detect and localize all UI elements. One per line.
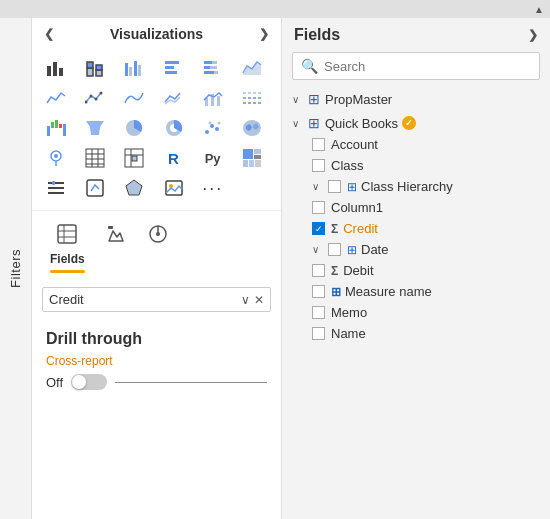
scatter-icon[interactable]	[197, 114, 229, 142]
matrix-icon[interactable]	[118, 144, 150, 172]
shape-map-icon[interactable]	[118, 174, 150, 202]
filled-map-icon[interactable]	[236, 114, 268, 142]
drill-through-section: Drill through Cross-report Off	[32, 320, 281, 400]
area-chart-icon[interactable]	[236, 54, 268, 82]
multi-line-icon[interactable]	[158, 84, 190, 112]
toggle-track[interactable]	[71, 374, 107, 390]
donut-icon[interactable]	[158, 114, 190, 142]
r-script-icon[interactable]: R	[158, 144, 190, 172]
svg-rect-6	[96, 65, 102, 70]
field-row-name[interactable]: Name	[286, 323, 546, 344]
dotted-line-icon[interactable]	[236, 84, 268, 112]
map-icon[interactable]	[40, 144, 72, 172]
field-row-class-hierarchy[interactable]: ∨ ⊞ Class Hierarchy	[286, 176, 546, 197]
search-box[interactable]: 🔍	[292, 52, 540, 80]
filters-tab[interactable]: Filters	[0, 18, 32, 519]
field-checkbox-name[interactable]	[312, 327, 325, 340]
image-icon[interactable]	[158, 174, 190, 202]
svg-point-42	[215, 127, 219, 131]
propmaster-chevron: ∨	[292, 94, 304, 105]
field-name-class: Class	[331, 158, 364, 173]
pie-chart-icon[interactable]	[118, 114, 150, 142]
viz-collapse-arrow[interactable]: ❮	[44, 27, 54, 41]
scroll-up-arrow[interactable]: ▲	[534, 4, 544, 15]
field-checkbox-measure-name[interactable]	[312, 285, 325, 298]
waterfall-icon[interactable]	[40, 114, 72, 142]
viz-expand-arrow[interactable]: ❯	[259, 27, 269, 41]
table-chart-icon[interactable]	[79, 144, 111, 172]
bar-chart-icon[interactable]	[40, 54, 72, 82]
toggle-row: Off	[46, 374, 267, 390]
field-checkbox-class-hierarchy[interactable]	[328, 180, 341, 193]
svg-rect-1	[53, 62, 57, 76]
toggle-thumb	[72, 375, 86, 389]
field-row-account[interactable]: Account	[286, 134, 546, 155]
svg-rect-16	[204, 66, 210, 69]
search-input[interactable]	[324, 59, 531, 74]
funnel-icon[interactable]	[79, 114, 111, 142]
custom-viz-icon[interactable]	[79, 174, 111, 202]
clustered-bar-icon[interactable]	[118, 54, 150, 82]
field-checkbox-column1[interactable]	[312, 201, 325, 214]
format-tab-icon	[105, 223, 127, 250]
field-row-date[interactable]: ∨ ⊞ Date	[286, 239, 546, 260]
svg-rect-60	[254, 149, 261, 154]
field-checkbox-debit[interactable]	[312, 264, 325, 277]
python-icon[interactable]: Py	[197, 144, 229, 172]
svg-point-24	[100, 92, 103, 95]
db-row-propmaster[interactable]: ∨ ⊞ PropMaster	[286, 88, 546, 110]
treemap-icon[interactable]	[236, 144, 268, 172]
viz-icon-grid: R Py ···	[32, 50, 281, 206]
svg-rect-70	[166, 181, 182, 195]
svg-point-40	[205, 130, 209, 134]
search-icon: 🔍	[301, 58, 318, 74]
toggle-line	[115, 382, 267, 383]
svg-rect-69	[87, 180, 103, 196]
tab-fields[interactable]: Fields	[40, 217, 95, 279]
field-row-measure-name[interactable]: ⊞ Measure name	[286, 281, 546, 302]
field-clear-icon[interactable]: ✕	[254, 293, 264, 307]
field-row-class[interactable]: Class	[286, 155, 546, 176]
db-row-quickbooks[interactable]: ∨ ⊞ Quick Books ✓	[286, 112, 546, 134]
stacked-bar-icon[interactable]	[79, 54, 111, 82]
wavy-line-icon[interactable]	[118, 84, 150, 112]
svg-rect-2	[59, 68, 63, 76]
analytics-tab-icon	[147, 223, 169, 250]
svg-rect-33	[55, 120, 58, 128]
field-checkbox-account[interactable]	[312, 138, 325, 151]
field-row-credit[interactable]: Σ Credit	[286, 218, 546, 239]
tab-analytics[interactable]	[137, 217, 179, 279]
svg-rect-61	[254, 155, 261, 159]
field-row-memo[interactable]: Memo	[286, 302, 546, 323]
svg-rect-66	[48, 187, 64, 189]
more-icon[interactable]: ···	[197, 174, 229, 202]
visualizations-panel: ❮ Visualizations ❯	[32, 18, 282, 519]
field-name-memo: Memo	[331, 305, 367, 320]
tab-active-indicator	[50, 270, 85, 273]
slicer-icon[interactable]	[40, 174, 72, 202]
fields-expand-arrow[interactable]: ❯	[528, 28, 538, 42]
field-checkbox-class[interactable]	[312, 159, 325, 172]
line-chart-icon[interactable]	[40, 84, 72, 112]
svg-rect-9	[134, 61, 137, 76]
class-hierarchy-chevron: ∨	[312, 181, 324, 192]
svg-point-48	[54, 154, 58, 158]
toggle-label: Off	[46, 375, 63, 390]
tab-format[interactable]	[95, 217, 137, 279]
field-checkbox-date[interactable]	[328, 243, 341, 256]
field-row-debit[interactable]: Σ Debit	[286, 260, 546, 281]
field-row-column1[interactable]: Column1	[286, 197, 546, 218]
field-checkbox-memo[interactable]	[312, 306, 325, 319]
svg-rect-27	[217, 96, 220, 106]
field-dropdown-icon[interactable]: ∨	[241, 293, 250, 307]
scatter-line-icon[interactable]	[79, 84, 111, 112]
svg-rect-72	[58, 225, 76, 243]
field-input-area: Credit ∨ ✕	[32, 279, 281, 320]
field-name-debit: Debit	[343, 263, 373, 278]
field-checkbox-credit[interactable]	[312, 222, 325, 235]
horizontal-bar-icon[interactable]	[158, 54, 190, 82]
top-scrollbar: ▲	[0, 0, 550, 18]
field-input-box[interactable]: Credit ∨ ✕	[42, 287, 271, 312]
stacked-horiz-icon[interactable]	[197, 54, 229, 82]
combo-chart-icon[interactable]	[197, 84, 229, 112]
